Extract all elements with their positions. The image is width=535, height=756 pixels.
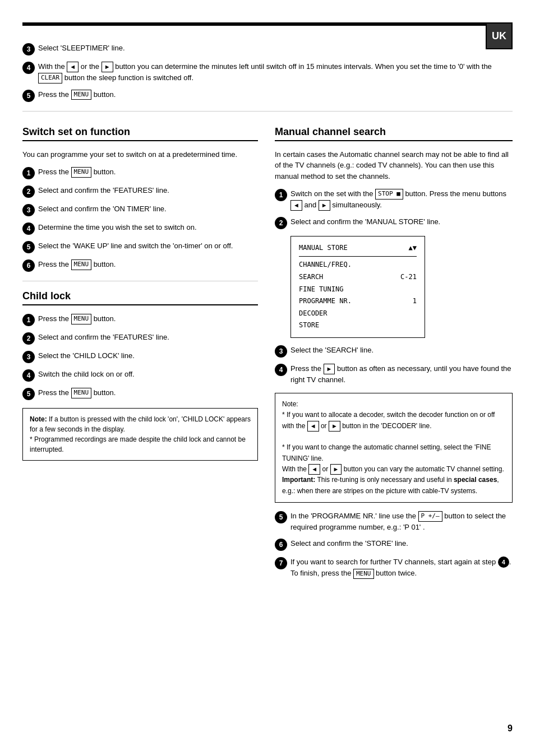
switch-on-function-title: Switch set on function: [22, 126, 258, 141]
child-lock-section: Child lock 1 Press the MENU button. 2 Se…: [22, 290, 258, 461]
switch-on-function-section: Switch set on function You can programme…: [22, 126, 258, 272]
page-number: 9: [508, 723, 513, 734]
manual-store-header: MANUAL STORE ▲▼: [299, 242, 417, 254]
step-text: Press the MENU button.: [38, 259, 258, 270]
manual-store-row: STORE: [299, 319, 417, 332]
child-lock-note: Note: If a button is pressed with the ch…: [22, 408, 258, 461]
step-text: Switch on the set with the STOP ■ button…: [290, 188, 513, 211]
two-column-layout: Switch set on function You can programme…: [22, 120, 513, 585]
step-num: 5: [22, 388, 35, 400]
manual-step-3: 3 Select the 'SEARCH' line.: [275, 345, 513, 358]
step-text: Press the MENU button.: [38, 166, 258, 178]
right-column: Manual channel search In certain cases t…: [275, 120, 513, 585]
manual-step-6: 6 Select and confirm the 'STORE' line.: [275, 538, 513, 551]
right-arrow-btn: ►: [324, 364, 335, 374]
menu-btn: MENU: [71, 259, 92, 270]
manual-note-box: Note: * If you want to allocate a decode…: [275, 393, 513, 503]
manual-step-4: 4 Press the ► button as often as necessa…: [275, 363, 513, 385]
step-text: Press the MENU button.: [38, 313, 258, 324]
step-num: 5: [22, 241, 35, 253]
manual-store-label: MANUAL STORE: [299, 242, 348, 254]
menu-btn: MENU: [71, 90, 92, 100]
note-line-4: Important: This re-tuning is only necess…: [282, 475, 505, 496]
divider: [22, 111, 513, 112]
child-step-3: 3 Select the 'CHILD LOCK' line.: [22, 350, 258, 363]
right-arrow-btn: ►: [102, 62, 113, 72]
menu-btn: MENU: [353, 569, 374, 579]
step-ref-4: 4: [498, 556, 509, 568]
step-num: 4: [22, 62, 35, 74]
step-num: 4: [22, 222, 35, 235]
step-text: Select and confirm the 'FEATURES' line.: [38, 185, 258, 196]
step-num: 2: [275, 217, 287, 229]
clear-btn: CLEAR: [38, 73, 62, 84]
right-arrow-btn: ►: [330, 464, 342, 475]
switch-on-function-intro: You can programme your set to switch on …: [22, 149, 258, 160]
switch-step-2: 2 Select and confirm the 'FEATURES' line…: [22, 185, 258, 198]
step-num: 3: [22, 351, 35, 363]
manual-store-row: DECODER: [299, 308, 417, 320]
manual-store-row: PROGRAMME NR.1: [299, 295, 417, 308]
note-line-3: With the ◄ or ► button you can vary the …: [282, 464, 505, 475]
note-line-1: * If you want to allocate a decoder, swi…: [282, 410, 505, 432]
note-label: Note:: [282, 399, 505, 410]
switch-step-4: 4 Determine the time you wish the set to…: [22, 222, 258, 235]
step-3-sleeptimer: 3 Select 'SLEEPTIMER' line.: [22, 43, 513, 55]
step-num: 1: [275, 189, 287, 201]
step-num: 5: [22, 90, 35, 102]
left-arrow-btn: ◄: [67, 62, 79, 72]
step-num: 7: [275, 557, 287, 569]
step-text: Press the MENU button.: [38, 387, 258, 398]
step-text: Press the ► button as often as necessary…: [290, 363, 513, 385]
step-num: 2: [22, 185, 35, 198]
manual-step-7: 7 If you want to search for further TV c…: [275, 556, 513, 579]
step-num: 3: [22, 43, 35, 55]
left-arrow-btn: ◄: [307, 421, 319, 432]
uk-label: UK: [492, 30, 506, 42]
step-num: 4: [275, 364, 287, 376]
sleeptimer-steps: 3 Select 'SLEEPTIMER' line. 4 With the ◄…: [22, 43, 513, 102]
top-bar: [22, 22, 513, 26]
manual-store-box: MANUAL STORE ▲▼ CHANNEL/FREQ. SEARCHC-21…: [290, 236, 425, 338]
divider: [22, 281, 258, 281]
step-text: In the 'PROGRAMME NR.' line use the P +/…: [290, 511, 513, 532]
switch-step-3: 3 Select and confirm the 'ON TIMER' line…: [22, 203, 258, 216]
step-text: Select and confirm the 'FEATURES' line.: [38, 332, 258, 343]
manual-store-row: SEARCHC-21: [299, 271, 417, 284]
step-text: Select and confirm the 'MANUAL STORE' li…: [290, 216, 513, 228]
menu-btn: MENU: [71, 167, 92, 178]
manual-channel-search-section: Manual channel search In certain cases t…: [275, 126, 513, 579]
right-arrow-btn: ►: [319, 200, 330, 211]
step-text: Press the MENU button.: [38, 89, 513, 100]
manual-channel-search-title: Manual channel search: [275, 126, 513, 141]
step-text: With the ◄ or the ► button you can deter…: [38, 61, 513, 84]
step-num: 6: [22, 259, 35, 272]
page: UK 3 Select 'SLEEPTIMER' line. 4 With th…: [0, 0, 535, 756]
step-text: Determine the time you wish the set to s…: [38, 222, 258, 233]
manual-store-row: FINE TUNING: [299, 284, 417, 296]
stop-btn: STOP ■: [375, 189, 403, 200]
manual-channel-search-intro: In certain cases the Automatic channel s…: [275, 149, 513, 182]
child-step-5: 5 Press the MENU button.: [22, 387, 258, 400]
right-arrow-btn: ►: [329, 421, 340, 432]
manual-step-2: 2 Select and confirm the 'MANUAL STORE' …: [275, 216, 513, 229]
manual-store-arrows: ▲▼: [409, 242, 417, 254]
left-arrow-btn: ◄: [290, 200, 302, 211]
switch-step-5: 5 Select the 'WAKE UP' line and switch t…: [22, 240, 258, 253]
step-text: If you want to search for further TV cha…: [290, 556, 513, 579]
menu-btn: MENU: [71, 388, 92, 398]
manual-step-1: 1 Switch on the set with the STOP ■ butt…: [275, 188, 513, 211]
step-text: Select and confirm the 'STORE' line.: [290, 538, 513, 549]
p-plus-minus-btn: P +/–: [418, 511, 442, 522]
child-step-4: 4 Switch the child lock on or off.: [22, 369, 258, 382]
step-num: 1: [22, 167, 35, 179]
menu-btn: MENU: [71, 314, 92, 324]
step-num: 6: [275, 539, 287, 551]
manual-step-5: 5 In the 'PROGRAMME NR.' line use the P …: [275, 511, 513, 532]
step-num: 4: [22, 369, 35, 382]
left-arrow-btn: ◄: [308, 464, 320, 475]
switch-step-6: 6 Press the MENU button.: [22, 259, 258, 272]
step-5-sleeptimer: 5 Press the MENU button.: [22, 89, 513, 102]
child-lock-title: Child lock: [22, 290, 258, 305]
step-text: Select the 'WAKE UP' line and switch the…: [38, 240, 258, 252]
